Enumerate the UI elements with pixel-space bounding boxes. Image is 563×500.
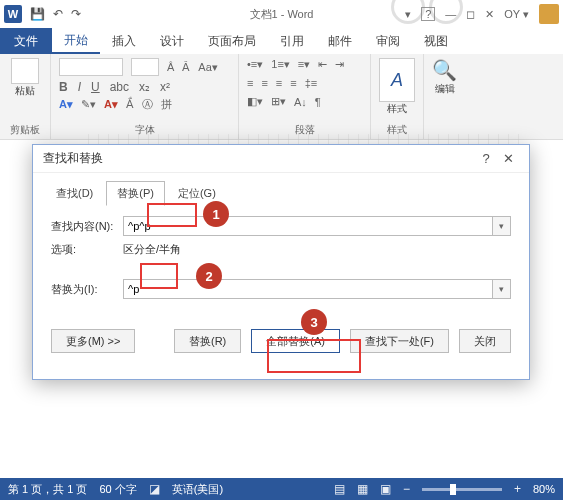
highlight-icon[interactable]: ✎▾ bbox=[81, 98, 96, 111]
tab-design[interactable]: 设计 bbox=[148, 28, 196, 54]
tab-home[interactable]: 开始 bbox=[52, 28, 100, 54]
undo-icon[interactable]: ↶ bbox=[53, 7, 63, 21]
subscript-icon[interactable]: x₂ bbox=[139, 80, 150, 94]
numbering-icon[interactable]: 1≡▾ bbox=[271, 58, 290, 71]
status-page[interactable]: 第 1 页，共 1 页 bbox=[8, 482, 87, 497]
dialog-close-icon[interactable]: ✕ bbox=[497, 151, 519, 166]
avatar[interactable] bbox=[539, 4, 559, 24]
dialog-help-icon[interactable]: ? bbox=[475, 151, 497, 166]
zoom-level[interactable]: 80% bbox=[533, 483, 555, 495]
align-center-icon[interactable]: ≡ bbox=[261, 77, 267, 89]
replace-label: 替换为(I): bbox=[51, 282, 123, 297]
replace-button[interactable]: 替换(R) bbox=[174, 329, 241, 353]
quick-access-toolbar: 💾 ↶ ↷ bbox=[30, 7, 81, 21]
dialog-tabs: 查找(D) 替换(P) 定位(G) bbox=[33, 173, 529, 206]
replace-all-button[interactable]: 全部替换(A) bbox=[251, 329, 340, 353]
restore-icon[interactable]: ◻ bbox=[466, 8, 475, 21]
grow-font-icon[interactable]: Â bbox=[167, 58, 174, 76]
strike-icon[interactable]: abc bbox=[110, 80, 129, 94]
zoom-slider[interactable] bbox=[422, 488, 502, 491]
text-effects-icon[interactable]: A▾ bbox=[59, 98, 73, 111]
change-case-icon[interactable]: Aa▾ bbox=[198, 58, 217, 76]
borders-icon[interactable]: ⊞▾ bbox=[271, 95, 286, 108]
zoom-out-icon[interactable]: − bbox=[403, 482, 410, 496]
enclose-icon[interactable]: A͋ bbox=[126, 98, 134, 111]
line-spacing-icon[interactable]: ‡≡ bbox=[305, 77, 318, 89]
phonetic-icon[interactable]: 拼 bbox=[161, 97, 172, 112]
dialog-titlebar: 查找和替换 ? ✕ bbox=[33, 145, 529, 173]
ribbon: 粘贴 剪贴板 Â Ǎ Aa▾ B I U abc x₂ x² A▾ ✎▾ bbox=[0, 54, 563, 140]
close-icon[interactable]: ✕ bbox=[485, 8, 494, 21]
more-button[interactable]: 更多(M) >> bbox=[51, 329, 135, 353]
align-left-icon[interactable]: ≡ bbox=[247, 77, 253, 89]
tab-goto[interactable]: 定位(G) bbox=[167, 181, 227, 206]
multilevel-icon[interactable]: ≡▾ bbox=[298, 58, 310, 71]
find-next-button[interactable]: 查找下一处(F) bbox=[350, 329, 449, 353]
find-label: 查找内容(N): bbox=[51, 219, 123, 234]
tab-replace[interactable]: 替换(P) bbox=[106, 181, 165, 206]
show-marks-icon[interactable]: ¶ bbox=[315, 96, 321, 108]
group-clipboard-label: 剪贴板 bbox=[8, 123, 42, 137]
replace-input[interactable] bbox=[123, 279, 493, 299]
status-language[interactable]: 英语(美国) bbox=[172, 482, 223, 497]
find-icon[interactable]: 🔍 bbox=[432, 58, 457, 82]
shrink-font-icon[interactable]: Ǎ bbox=[182, 58, 190, 76]
web-layout-icon[interactable]: ▣ bbox=[380, 482, 391, 496]
styles-button[interactable]: A bbox=[379, 58, 415, 102]
underline-icon[interactable]: U bbox=[91, 80, 100, 94]
proofing-icon[interactable]: ◪ bbox=[149, 482, 160, 496]
tab-view[interactable]: 视图 bbox=[412, 28, 460, 54]
font-color-icon[interactable]: A▾ bbox=[104, 98, 118, 111]
font-family-combo[interactable] bbox=[59, 58, 123, 76]
italic-icon[interactable]: I bbox=[78, 80, 81, 94]
group-paragraph: •≡▾ 1≡▾ ≡▾ ⇤ ⇥ ≡ ≡ ≡ ≡ ‡≡ ◧▾ ⊞▾ A↓ ¶ 段落 bbox=[239, 54, 371, 139]
signin-label[interactable]: OY ▾ bbox=[504, 8, 529, 21]
indent-inc-icon[interactable]: ⇥ bbox=[335, 58, 344, 71]
tab-review[interactable]: 审阅 bbox=[364, 28, 412, 54]
status-wordcount[interactable]: 60 个字 bbox=[99, 482, 136, 497]
group-font: Â Ǎ Aa▾ B I U abc x₂ x² A▾ ✎▾ A▾ A͋ Ⓐ … bbox=[51, 54, 239, 139]
find-replace-dialog: 查找和替换 ? ✕ 查找(D) 替换(P) 定位(G) 查找内容(N): ▾ 选… bbox=[32, 144, 530, 380]
read-mode-icon[interactable]: ▤ bbox=[334, 482, 345, 496]
align-right-icon[interactable]: ≡ bbox=[276, 77, 282, 89]
tab-mailings[interactable]: 邮件 bbox=[316, 28, 364, 54]
word-icon: W bbox=[4, 5, 22, 23]
close-button[interactable]: 关闭 bbox=[459, 329, 511, 353]
paste-button[interactable]: 粘贴 bbox=[8, 58, 42, 98]
tab-layout[interactable]: 页面布局 bbox=[196, 28, 268, 54]
find-input[interactable] bbox=[123, 216, 493, 236]
paste-icon bbox=[11, 58, 39, 84]
replace-dropdown-icon[interactable]: ▾ bbox=[493, 279, 511, 299]
indent-dec-icon[interactable]: ⇤ bbox=[318, 58, 327, 71]
bullets-icon[interactable]: •≡▾ bbox=[247, 58, 263, 71]
group-clipboard: 粘贴 剪贴板 bbox=[0, 54, 51, 139]
font-size-combo[interactable] bbox=[131, 58, 159, 76]
group-editing: 🔍 编辑 bbox=[424, 54, 465, 139]
options-value: 区分全/半角 bbox=[123, 242, 181, 257]
group-styles: A 样式 样式 bbox=[371, 54, 424, 139]
shading-icon[interactable]: ◧▾ bbox=[247, 95, 263, 108]
ribbon-tabs: 文件 开始 插入 设计 页面布局 引用 邮件 审阅 视图 bbox=[0, 28, 563, 54]
bold-icon[interactable]: B bbox=[59, 80, 68, 94]
tab-references[interactable]: 引用 bbox=[268, 28, 316, 54]
zoom-in-icon[interactable]: + bbox=[514, 482, 521, 496]
statusbar: 第 1 页，共 1 页 60 个字 ◪ 英语(美国) ▤ ▦ ▣ − + 80% bbox=[0, 478, 563, 500]
sort-icon[interactable]: A↓ bbox=[294, 96, 307, 108]
tab-file[interactable]: 文件 bbox=[0, 28, 52, 54]
document-title: 文档1 - Word bbox=[250, 7, 314, 22]
char-border-icon[interactable]: Ⓐ bbox=[142, 97, 153, 112]
options-label: 选项: bbox=[51, 242, 123, 257]
justify-icon[interactable]: ≡ bbox=[290, 77, 296, 89]
save-icon[interactable]: 💾 bbox=[30, 7, 45, 21]
tab-insert[interactable]: 插入 bbox=[100, 28, 148, 54]
superscript-icon[interactable]: x² bbox=[160, 80, 170, 94]
window-titlebar: W 💾 ↶ ↷ 文档1 - Word ▾ ? — ◻ ✕ OY ▾ bbox=[0, 0, 563, 28]
find-dropdown-icon[interactable]: ▾ bbox=[493, 216, 511, 236]
redo-icon[interactable]: ↷ bbox=[71, 7, 81, 21]
dialog-title: 查找和替换 bbox=[43, 150, 103, 167]
tab-find[interactable]: 查找(D) bbox=[45, 181, 104, 206]
print-layout-icon[interactable]: ▦ bbox=[357, 482, 368, 496]
